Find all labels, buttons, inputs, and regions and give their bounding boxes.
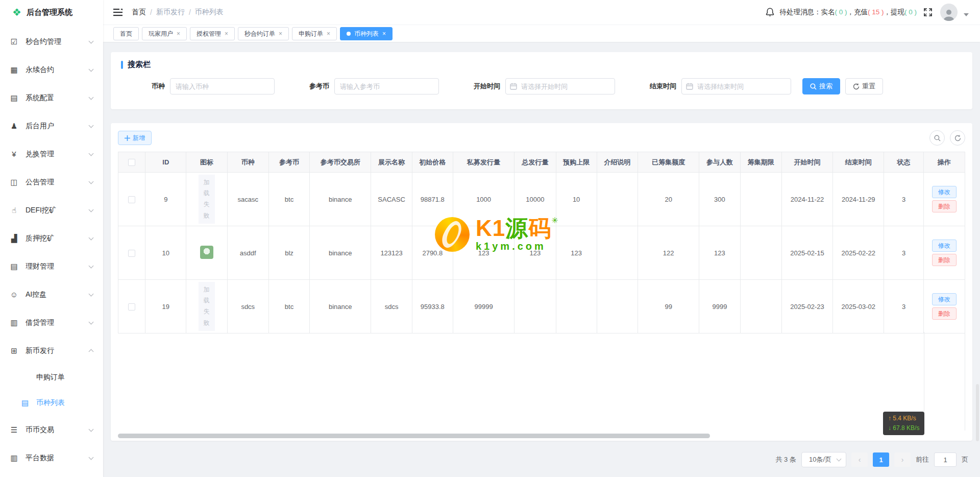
edit-button[interactable]: 修改 <box>932 240 957 252</box>
column-header-14: 开始时间 <box>781 152 832 173</box>
page-size-select[interactable]: 10条/页 <box>801 452 846 467</box>
sidebar-item-4[interactable]: ¥兑换管理 <box>0 140 103 168</box>
sidebar-item-11[interactable]: ⊞新币发行 <box>0 337 103 365</box>
breadcrumb-item-1[interactable]: 新币发行 <box>156 8 185 17</box>
delete-button[interactable]: 删除 <box>932 200 957 212</box>
search-card: 搜索栏 币种参考币开始时间结束时间 搜索 重置 <box>111 52 972 109</box>
search-button-label: 搜索 <box>819 82 832 91</box>
cell-initial-price: 98871.8 <box>412 173 453 226</box>
sidebar-subitem-0[interactable]: 申购订单 <box>0 365 103 390</box>
tab-close-icon[interactable]: × <box>279 31 282 37</box>
defi-hand-icon: ☝ <box>9 206 19 215</box>
tab-bar: 首页玩家用户×授权管理×秒合约订单×申购订单×币种列表× <box>103 25 980 42</box>
sidebar-subitem-1[interactable]: ▤币种列表 <box>0 390 103 416</box>
chevron-down-icon <box>89 123 94 128</box>
cell-private-issue: 123 <box>453 226 514 280</box>
sidebar-item-1[interactable]: ▦永续合约 <box>0 56 103 84</box>
vertical-scrollbar[interactable] <box>976 384 979 441</box>
cell-exchange: binance <box>310 226 371 280</box>
add-button[interactable]: 新增 <box>118 131 152 145</box>
column-header-8: 总发行量 <box>514 152 556 173</box>
column-header-3: 参考币 <box>268 152 309 173</box>
row-checkbox[interactable] <box>128 196 135 203</box>
page-1-button[interactable]: 1 <box>873 452 889 467</box>
goto-page-input[interactable] <box>934 452 957 467</box>
edit-button[interactable]: 修改 <box>932 186 957 198</box>
chevron-down-icon <box>89 94 94 100</box>
row-checkbox[interactable] <box>128 250 135 257</box>
sidebar-item-10[interactable]: ▥借贷管理 <box>0 308 103 337</box>
sidebar-item-label: 质押挖矿 <box>26 234 89 243</box>
column-header-11: 已筹集额度 <box>638 152 699 173</box>
tab-close-icon[interactable]: × <box>225 31 228 37</box>
bell-icon[interactable] <box>766 8 774 17</box>
search-button[interactable]: 搜索 <box>802 78 840 94</box>
row-checkbox-cell <box>118 280 145 333</box>
reset-button-label: 重置 <box>862 82 875 91</box>
bar-chart-icon: ▟ <box>9 234 19 243</box>
prev-page-button[interactable]: ‹ <box>851 452 868 467</box>
breadcrumb-item-2[interactable]: 币种列表 <box>195 8 224 17</box>
main-area: 首页/新币发行/币种列表 待处理消息：实名( 0 )，充值( 15 )，提现( … <box>103 0 980 477</box>
text-input-1[interactable] <box>334 78 439 94</box>
sidebar-item-7[interactable]: ▟质押挖矿 <box>0 224 103 252</box>
tab-5[interactable]: 币种列表× <box>340 27 393 40</box>
breadcrumb-item-0[interactable]: 首页 <box>132 8 146 17</box>
cell-pre-limit: 123 <box>556 226 597 280</box>
next-page-button[interactable]: › <box>894 452 911 467</box>
sidebar-item-5[interactable]: ◫公告管理 <box>0 168 103 196</box>
tab-0[interactable]: 首页 <box>113 27 139 40</box>
sidebar-item-12[interactable]: ☰币币交易 <box>0 416 103 444</box>
sidebar-item-9[interactable]: ☺AI控盘 <box>0 280 103 308</box>
cell-coin: sdcs <box>227 280 268 333</box>
horizontal-scrollbar[interactable] <box>118 434 710 438</box>
tab-1[interactable]: 玩家用户× <box>142 27 187 40</box>
reset-button[interactable]: 重置 <box>845 78 883 94</box>
coin-list-doc-icon: ▤ <box>21 398 29 408</box>
chevron-down-icon <box>89 426 94 432</box>
sidebar-item-8[interactable]: ▤理财管理 <box>0 252 103 280</box>
text-input-0[interactable] <box>170 78 275 94</box>
tab-label: 授权管理 <box>197 30 221 38</box>
table-refresh-icon[interactable] <box>950 130 965 146</box>
date-input-3[interactable] <box>681 78 791 94</box>
cell-exchange: binance <box>310 280 371 333</box>
avatar[interactable] <box>940 4 958 21</box>
sidebar-item-label: 系统配置 <box>26 93 89 103</box>
tab-label: 申购订单 <box>299 30 323 38</box>
collapse-menu-icon[interactable] <box>113 9 122 16</box>
sidebar-item-label: 兑换管理 <box>26 150 89 159</box>
column-header-15: 结束时间 <box>833 152 884 173</box>
broken-image-placeholder: 加载失败 <box>199 282 215 331</box>
sidebar-item-2[interactable]: ▤系统配置 <box>0 84 103 112</box>
edit-button[interactable]: 修改 <box>932 293 957 305</box>
cell-start-time: 2025-02-23 <box>781 280 832 333</box>
sidebar-item-0[interactable]: ☑秒合约管理 <box>0 28 103 56</box>
tab-4[interactable]: 申购订单× <box>292 27 337 40</box>
sidebar-item-label: 新币发行 <box>26 346 89 355</box>
tab-close-icon[interactable]: × <box>327 31 330 37</box>
sidebar-subitem-label: 申购订单 <box>36 373 65 382</box>
delete-button[interactable]: 删除 <box>932 254 957 266</box>
date-input-2[interactable] <box>505 78 615 94</box>
tab-2[interactable]: 授权管理× <box>190 27 235 40</box>
tab-close-icon[interactable]: × <box>177 31 180 37</box>
sidebar-item-3[interactable]: ♟后台用户 <box>0 112 103 140</box>
fullscreen-icon[interactable] <box>924 8 932 16</box>
row-checkbox[interactable] <box>128 303 135 311</box>
table-toolbar-right <box>929 130 965 146</box>
table-search-icon[interactable] <box>929 130 945 146</box>
sidebar-item-6[interactable]: ☝DEFI挖矿 <box>0 196 103 224</box>
delete-button[interactable]: 删除 <box>932 307 957 320</box>
sidebar-item-13[interactable]: ▥平台数据 <box>0 444 103 472</box>
chevron-up-icon <box>89 349 94 354</box>
tab-close-icon[interactable]: × <box>382 31 386 37</box>
user-menu-caret-icon[interactable] <box>964 13 969 16</box>
cell-total-issue: 123 <box>514 226 556 280</box>
pending-prefix: 待处理消息： <box>779 8 821 17</box>
cell-coin: asddf <box>227 226 268 280</box>
tab-3[interactable]: 秒合约订单× <box>238 27 289 40</box>
select-all-checkbox[interactable] <box>128 159 135 166</box>
column-header-6: 初始价格 <box>412 152 453 173</box>
users-icon: ♟ <box>9 122 19 131</box>
